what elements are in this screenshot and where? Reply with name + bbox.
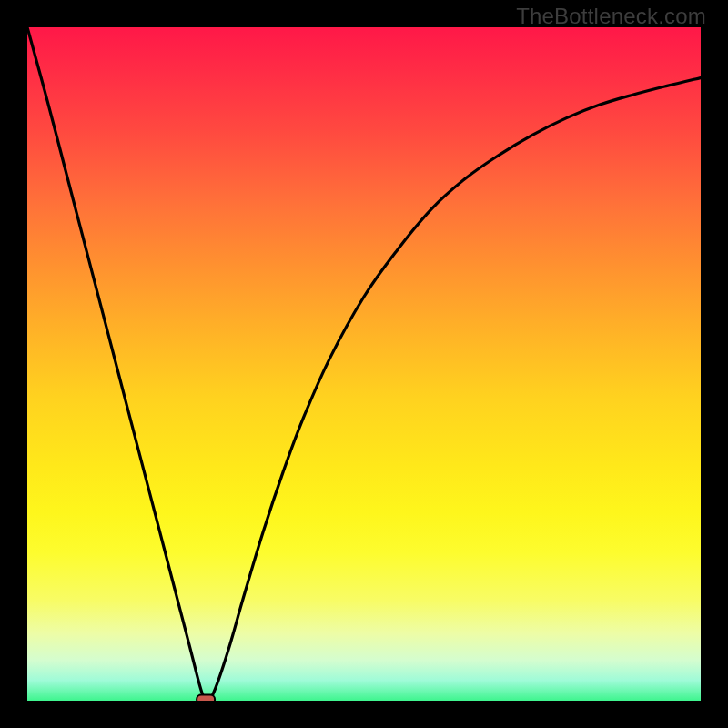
curve-svg [27, 27, 701, 701]
minimum-marker [197, 695, 215, 701]
chart-frame: TheBottleneck.com [0, 0, 728, 728]
watermark-text: TheBottleneck.com [516, 4, 706, 29]
plot-area [27, 27, 701, 701]
bottleneck-curve [27, 27, 701, 701]
